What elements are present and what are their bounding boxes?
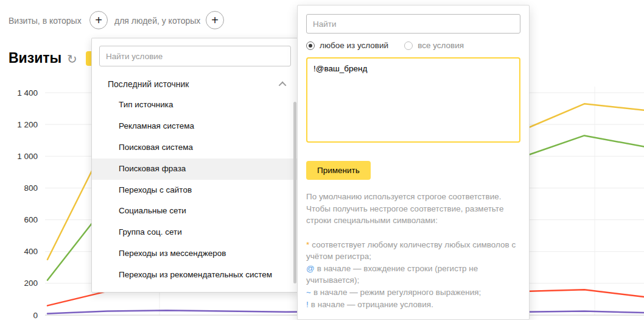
condition-list: Тип источникаРекламная системаПоисковая … — [92, 94, 298, 286]
help-text: По умолчанию используется строгое соотве… — [306, 191, 520, 227]
radio-all-label: все условия — [418, 41, 464, 50]
rule-symbol: ~ — [306, 288, 311, 297]
plus-icon: + — [211, 14, 219, 26]
radio-any-option[interactable]: любое из условий — [306, 41, 388, 50]
condition-value-textarea[interactable] — [306, 57, 520, 143]
refresh-icon[interactable]: ↻ — [67, 52, 77, 66]
rule-line: ~в начале — режим регулярного выражения; — [306, 286, 520, 299]
rules-list: *соответствует любому количеству любых с… — [306, 239, 520, 310]
rule-text: в начале — отрицание условия. — [311, 300, 433, 309]
page-title: Визиты — [9, 50, 61, 66]
radio-all-option[interactable]: все условия — [404, 41, 464, 50]
y-tick-label: 1 200 — [17, 120, 38, 129]
condition-dropdown: Последний источник Тип источникаРекламна… — [91, 38, 299, 293]
y-tick-label: 600 — [24, 215, 38, 224]
rule-text: в начале — вхождение строки (регистр не … — [306, 264, 478, 285]
match-mode-radios: любое из условий все условия — [306, 41, 520, 50]
metrica-screen: 1 4001 2001 0008006004002000 Визиты, в к… — [0, 0, 644, 320]
condition-group-last-source[interactable]: Последний источник — [92, 74, 298, 94]
radio-unselected-icon — [404, 41, 413, 50]
condition-item[interactable]: Тип источника — [92, 94, 298, 116]
condition-search-input[interactable] — [99, 46, 291, 66]
chevron-up-icon — [279, 81, 287, 89]
condition-value-panel: любое из условий все условия Применить П… — [297, 5, 530, 320]
rule-symbol: * — [306, 240, 309, 249]
condition-item[interactable]: Переходы из мессенджеров — [92, 243, 298, 265]
condition-group-label: Последний источник — [108, 79, 189, 89]
add-visit-condition-button[interactable]: + — [89, 11, 108, 29]
radio-any-label: любое из условий — [320, 41, 388, 50]
rule-text: в начале — режим регулярного выражения; — [313, 288, 481, 297]
rule-line: @в начале — вхождение строки (регистр не… — [306, 263, 520, 286]
y-tick-label: 1 000 — [17, 152, 38, 161]
y-tick-label: 200 — [24, 279, 38, 288]
rule-symbol: @ — [306, 264, 315, 273]
apply-button[interactable]: Применить — [306, 161, 371, 180]
add-people-condition-button[interactable]: + — [206, 11, 224, 29]
plus-icon: + — [95, 14, 102, 26]
rule-line: !в начале — отрицание условия. — [306, 299, 520, 311]
value-search-input[interactable] — [306, 14, 520, 34]
rule-symbol: ! — [306, 300, 309, 309]
condition-item[interactable]: Поисковая система — [92, 137, 298, 158]
condition-item[interactable]: Группа соц. сети — [92, 222, 298, 243]
rule-line: *соответствует любому количеству любых с… — [306, 239, 520, 263]
condition-item[interactable]: Поисковая фраза — [92, 158, 298, 180]
radio-selected-icon — [306, 41, 315, 50]
y-tick-label: 1 400 — [17, 88, 38, 98]
y-tick-label: 0 — [33, 311, 38, 320]
visits-filter-label: Визиты, в которых — [9, 16, 82, 26]
condition-item[interactable]: Переходы из рекомендательных систем — [92, 265, 298, 286]
condition-item[interactable]: Социальные сети — [92, 201, 298, 222]
y-tick-label: 400 — [24, 247, 38, 256]
people-filter-label: для людей, у которых — [114, 16, 200, 26]
condition-item[interactable]: Рекламная система — [92, 116, 298, 137]
condition-item[interactable]: Переходы с сайтов — [92, 180, 298, 201]
y-tick-label: 800 — [24, 183, 38, 193]
dropdown-scrollbar[interactable] — [293, 102, 296, 283]
rule-text: соответствует любому количеству любых си… — [306, 240, 516, 261]
